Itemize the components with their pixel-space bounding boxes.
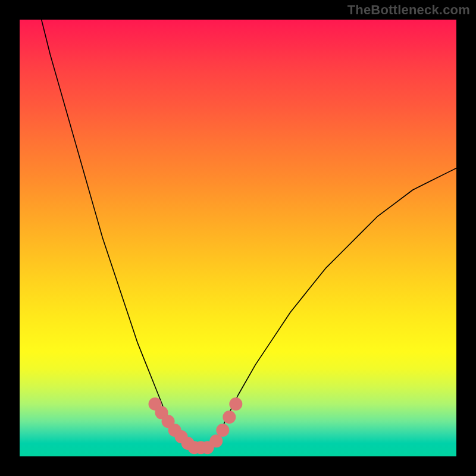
series-layer [42,20,456,454]
valley-markers-right-point [223,411,236,424]
valley-markers-left-point [181,437,195,450]
valley-markers-right-point [229,397,242,411]
valley-markers-left-point [188,441,201,454]
valley-markers-left-point [155,406,168,419]
valley-markers-left-point [149,397,162,411]
watermark-text: TheBottleneck.com [347,2,470,18]
chart-svg [20,20,456,456]
valley-markers-left-point [175,430,188,443]
valley-markers-left-point [168,424,181,437]
plot-area [20,20,456,456]
valley-markers-left-point [195,441,208,454]
valley-markers-right-point [209,434,223,447]
valley-markers-right-point [216,424,229,437]
left-curve [42,20,184,443]
chart-frame: TheBottleneck.com [0,0,476,476]
valley-markers-left-point [162,415,175,428]
right-curve [216,168,456,443]
valley-markers-right-point [201,441,214,454]
